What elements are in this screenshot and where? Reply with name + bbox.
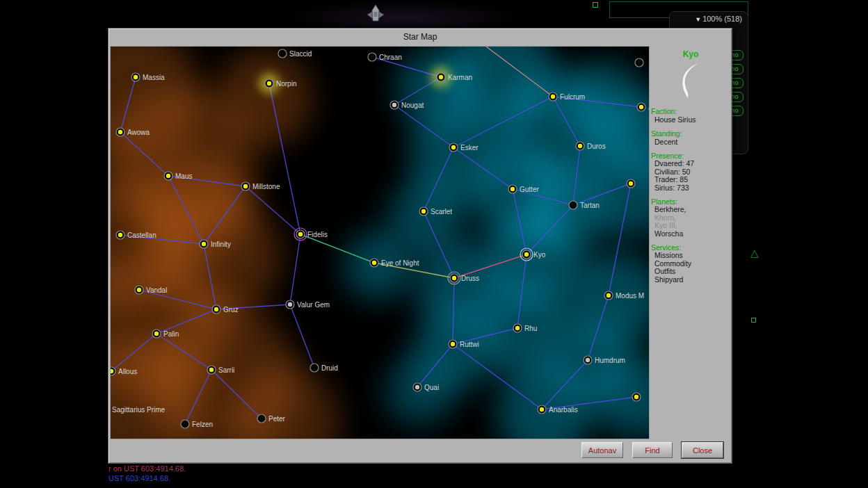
star-map[interactable]: SlaccidChraanMassiaNorpinKarmanFulcrumJa… <box>110 46 650 439</box>
map-system-unnamed[interactable] <box>632 393 641 401</box>
map-system-castellan[interactable]: Castellan <box>116 231 156 239</box>
map-system-esker[interactable]: Esker <box>449 143 479 152</box>
map-system-gutter[interactable]: Gutter <box>508 185 539 193</box>
map-system-unnamed[interactable] <box>635 58 643 67</box>
map-system-label: Slaccid <box>289 50 312 58</box>
map-system-label: Gruz <box>223 306 239 314</box>
service-item: Outfits <box>654 268 730 276</box>
system-info-panel: Kyo Faction: House Sirius Standing: Dece… <box>651 49 730 284</box>
map-system-label: Massia <box>143 74 165 81</box>
map-system-label: Fulcrum <box>560 93 585 101</box>
map-system-quai[interactable]: Quai <box>413 383 439 391</box>
map-system-vandal[interactable]: Vandal <box>135 286 167 294</box>
map-system-label: Modus M <box>616 292 644 300</box>
map-system-awowa[interactable]: Awowa <box>116 128 150 136</box>
map-system-label: Quai <box>424 384 439 391</box>
map-system-duros[interactable]: Duros <box>576 142 606 150</box>
presence-item: Dvaered: 47 <box>654 160 730 168</box>
map-system-ruttwi[interactable]: Ruttwi <box>449 340 479 348</box>
map-system-infinity[interactable]: Infinity <box>200 240 231 248</box>
faction-label: Faction: <box>651 107 730 115</box>
map-system-allous[interactable]: Allous <box>111 367 137 375</box>
map-system-scarlet[interactable]: Scarlet <box>419 207 452 215</box>
map-system-valur-gem[interactable]: Valur Gem <box>286 300 330 309</box>
hud-ammo-total: 100% (518) <box>702 15 742 23</box>
hud-header: ▼100% (518) <box>670 12 748 23</box>
star-map-window: Star Map SlaccidChraanMassiaNorpinKarman… <box>108 28 732 464</box>
map-system-label: Fidelis <box>307 231 328 238</box>
map-system-label: Valur Gem <box>297 301 330 309</box>
map-system-sarrii[interactable]: Sarrii <box>207 366 234 374</box>
map-system-label: Gutter <box>520 186 539 193</box>
map-system-rhu[interactable]: Rhu <box>513 324 537 332</box>
map-system-millstone[interactable]: Millstone <box>241 182 280 190</box>
map-system-label: Awowa <box>127 129 150 136</box>
map-system-gruz[interactable]: Gruz <box>212 305 239 314</box>
planet-item: Berkhere, <box>654 206 730 214</box>
map-system-maus[interactable]: Maus <box>164 172 192 180</box>
map-system-modus-m[interactable]: Modus M <box>604 291 644 300</box>
autonav-button[interactable]: Autonav <box>581 442 623 458</box>
map-system-label: Sarrii <box>218 366 234 374</box>
map-system-eye-of-night[interactable]: Eye of Night <box>370 259 419 267</box>
map-system-nougat[interactable]: Nougat <box>390 101 424 109</box>
map-system-chraan[interactable]: Chraan <box>368 53 402 61</box>
map-system-massia[interactable]: Massia <box>131 73 165 81</box>
map-system-label: Jac <box>648 104 649 111</box>
map-system-unnamed[interactable] <box>627 179 635 188</box>
map-system-druid[interactable]: Druid <box>310 364 338 372</box>
map-system-peter[interactable]: Peter <box>257 414 286 423</box>
map-system-slaccid[interactable]: Slaccid <box>278 49 312 58</box>
button-row: AutonavFindClose <box>581 442 723 458</box>
game-screen: ▼100% (518) nnonnonnonnonno △ Star Map S… <box>0 0 868 488</box>
map-system-anarbalis[interactable]: Anarbalis <box>538 405 578 414</box>
map-system-label: Allous <box>118 368 137 375</box>
map-system-label: Rhu <box>524 325 537 332</box>
nav-triangle-icon: △ <box>750 247 759 258</box>
map-system-label: Scarlet <box>431 208 452 215</box>
map-system-label: Castellan <box>127 231 156 239</box>
presence-list: Dvaered: 47Civilian: 50Trader: 85Sirius:… <box>651 160 730 192</box>
find-button[interactable]: Find <box>632 442 673 458</box>
map-system-label: Chraan <box>379 54 402 61</box>
map-system-label: Duros <box>587 143 606 150</box>
map-system-label: Maus <box>175 172 192 180</box>
map-system-fulcrum[interactable]: Fulcrum <box>549 92 585 101</box>
map-system-tartan[interactable]: Tartan <box>569 201 600 209</box>
standing-value: Decent <box>654 138 730 146</box>
map-system-humdrum[interactable]: Humdrum <box>584 356 625 364</box>
map-system-label: Anarbalis <box>549 406 578 414</box>
planet-item: Kyo III, <box>654 222 730 230</box>
player-ship-icon <box>363 3 388 27</box>
map-system-label: Felzen <box>192 421 213 428</box>
map-system-label: Eye of Night <box>381 259 419 267</box>
map-system-label: Esker <box>460 144 479 152</box>
map-system-label: Ruttwi <box>460 341 479 348</box>
map-system-felzen[interactable]: Felzen <box>181 420 213 428</box>
star-map-svg[interactable]: SlaccidChraanMassiaNorpinKarmanFulcrumJa… <box>111 47 649 439</box>
map-system-karman[interactable]: Karman <box>437 73 472 81</box>
map-system-label: Vandal <box>146 286 167 294</box>
service-item: Missions <box>654 252 730 260</box>
triangle-icon: ▼ <box>695 16 701 23</box>
presence-item: Trader: 85 <box>654 176 730 184</box>
planets-list: Berkhere,Khorn,Kyo III,Worscha <box>651 206 730 238</box>
close-button[interactable]: Close <box>682 442 723 458</box>
map-system-palin[interactable]: Palin <box>152 330 179 338</box>
map-floating-label: Sagittarius Prime <box>112 406 166 414</box>
map-system-label: Druss <box>461 275 479 282</box>
map-system-label: Peter <box>268 415 286 423</box>
map-system-label: Nougat <box>401 101 424 109</box>
map-system-label: Kyo <box>533 251 546 259</box>
status-line-2: UST 603:4914.68. <box>108 474 170 482</box>
planet-item: Worscha <box>654 230 730 238</box>
map-system-label: Tartan <box>580 202 600 209</box>
map-system-norpin[interactable]: Norpin <box>265 79 296 88</box>
map-system-label: Humdrum <box>595 357 625 364</box>
map-system-label: Druid <box>321 364 338 372</box>
presence-item: Sirius: 733 <box>654 184 730 193</box>
nav-square-icon <box>751 318 756 323</box>
selected-system-name: Kyo <box>651 49 730 59</box>
sirius-faction-logo <box>680 63 701 101</box>
standing-label: Standing: <box>651 129 730 138</box>
